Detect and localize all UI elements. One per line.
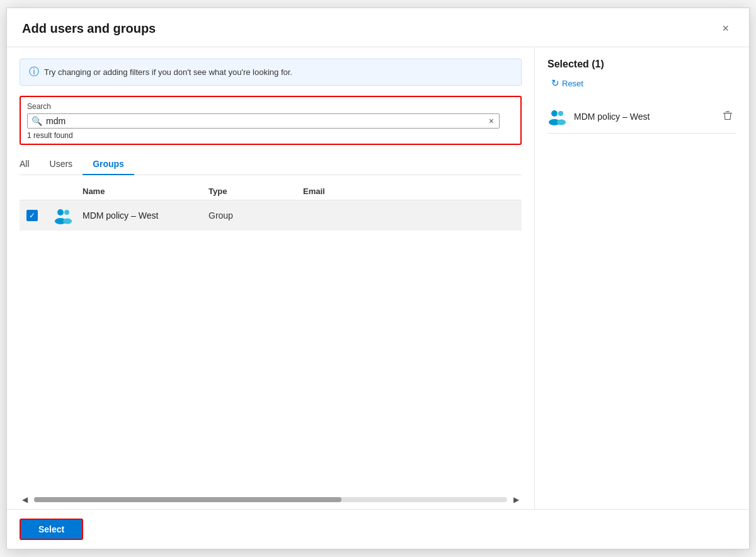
selected-items-list: MDM policy – West bbox=[547, 100, 736, 134]
dialog-header: Add users and groups × bbox=[7, 8, 749, 47]
left-panel: ⓘ Try changing or adding filters if you … bbox=[7, 47, 535, 509]
dialog-body: ⓘ Try changing or adding filters if you … bbox=[7, 47, 749, 509]
selected-header: Selected (1) bbox=[547, 59, 736, 70]
result-count: 1 result found bbox=[27, 131, 514, 140]
info-banner-text: Try changing or adding filters if you do… bbox=[44, 67, 292, 77]
scroll-track[interactable] bbox=[34, 497, 507, 502]
add-users-groups-dialog: Add users and groups × ⓘ Try changing or… bbox=[6, 8, 750, 549]
dialog-title: Add users and groups bbox=[22, 21, 156, 36]
svg-point-4 bbox=[551, 110, 558, 117]
dialog-footer: Select bbox=[7, 509, 749, 549]
col-header-type: Type bbox=[209, 187, 303, 196]
col-header-name: Name bbox=[83, 187, 209, 196]
checkbox-checked-icon[interactable]: ✓ bbox=[26, 210, 38, 221]
delete-item-button[interactable] bbox=[719, 109, 736, 124]
tab-all[interactable]: All bbox=[20, 154, 40, 175]
info-banner: ⓘ Try changing or adding filters if you … bbox=[20, 59, 522, 86]
selected-title: Selected (1) bbox=[547, 59, 604, 70]
table-header: Name Type Email bbox=[20, 183, 522, 200]
selected-item-icon bbox=[547, 106, 568, 127]
tabs-row: All Users Groups bbox=[20, 154, 522, 175]
svg-point-5 bbox=[558, 111, 563, 116]
svg-point-3 bbox=[63, 219, 72, 224]
svg-rect-8 bbox=[723, 113, 732, 113]
select-button[interactable]: Select bbox=[20, 519, 83, 540]
selected-item: MDM policy – West bbox=[547, 100, 736, 134]
scroll-right-arrow[interactable]: ▶ bbox=[511, 494, 522, 505]
search-input[interactable] bbox=[46, 116, 488, 126]
info-icon: ⓘ bbox=[29, 66, 39, 79]
right-panel: Selected (1) ↻ Reset MDM poli bbox=[535, 47, 749, 509]
svg-point-0 bbox=[57, 209, 64, 215]
search-section: Search 🔍 × 1 result found bbox=[20, 96, 522, 145]
row-group-icon bbox=[45, 205, 83, 226]
table-row: ✓ MDM policy – West Group bbox=[20, 200, 522, 231]
svg-point-1 bbox=[64, 210, 69, 215]
svg-rect-9 bbox=[726, 112, 730, 112]
reset-button[interactable]: ↻ Reset bbox=[547, 76, 587, 90]
scroll-left-arrow[interactable]: ◀ bbox=[20, 494, 30, 505]
close-button[interactable]: × bbox=[717, 20, 734, 38]
reset-icon: ↻ bbox=[551, 78, 559, 89]
search-clear-button[interactable]: × bbox=[488, 116, 495, 126]
col-header-email: Email bbox=[303, 187, 522, 196]
table: Name Type Email ✓ bbox=[20, 183, 522, 231]
search-icon: 🔍 bbox=[32, 116, 42, 126]
tab-groups[interactable]: Groups bbox=[83, 154, 134, 175]
selected-item-name: MDM policy – West bbox=[574, 112, 713, 122]
reset-label: Reset bbox=[562, 79, 583, 88]
row-name: MDM policy – West bbox=[83, 210, 209, 221]
scrollbar-row: ◀ ▶ bbox=[20, 490, 522, 509]
col-header-icon bbox=[45, 187, 83, 196]
row-type: Group bbox=[209, 210, 303, 221]
search-label: Search bbox=[27, 102, 514, 111]
row-checkbox[interactable]: ✓ bbox=[20, 210, 45, 221]
scroll-thumb bbox=[34, 497, 341, 502]
search-input-row: 🔍 × bbox=[27, 113, 500, 129]
svg-point-7 bbox=[557, 120, 566, 125]
tab-users[interactable]: Users bbox=[40, 154, 83, 175]
col-header-checkbox bbox=[20, 187, 45, 196]
